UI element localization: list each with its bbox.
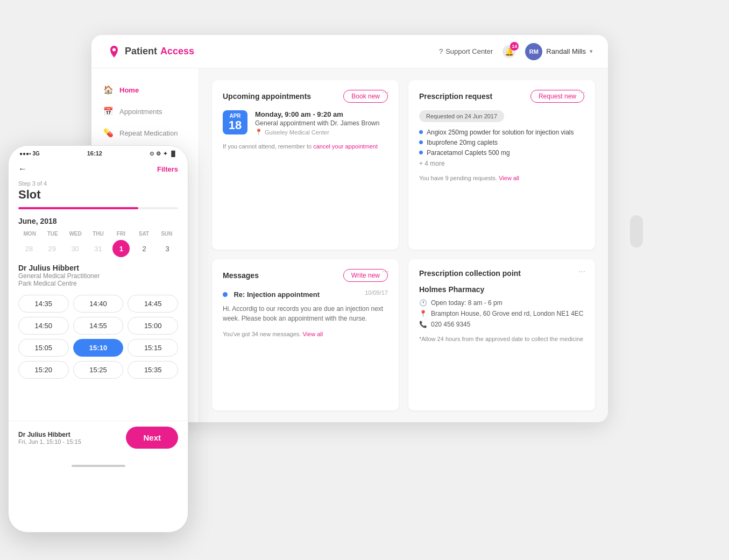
cal-day-1[interactable]: 1 <box>112 240 130 257</box>
svg-point-0 <box>112 48 116 51</box>
time-display: 16:12 <box>87 150 102 157</box>
doctor-practice: Park Medical Centre <box>18 280 178 287</box>
prescription-footer: You have 9 pending requests. View all <box>419 175 584 181</box>
slot-1450[interactable]: 14:50 <box>18 317 69 335</box>
slot-1505[interactable]: 15:05 <box>18 339 69 357</box>
settings-icon: ⚙ <box>156 151 161 157</box>
day-header-mon: MON <box>18 231 41 237</box>
day-header-sun: SUN <box>155 231 178 237</box>
upcoming-footer: If you cannot attend, remember to cancel… <box>223 143 388 150</box>
slot-1520[interactable]: 15:20 <box>18 361 69 379</box>
notifications-bell[interactable]: 🔔 14 <box>502 45 515 58</box>
calendar-icon: 📅 <box>103 107 113 116</box>
slot-1525[interactable]: 15:25 <box>73 361 124 379</box>
support-center-link[interactable]: ? Support Center <box>439 47 493 55</box>
cal-day-31[interactable]: 31 <box>89 240 107 257</box>
slot-1445[interactable]: 14:45 <box>128 295 178 313</box>
user-menu[interactable]: RM Randall Mills ▾ <box>525 43 593 60</box>
sidebar-item-medication-label: Repeat Medication <box>119 129 178 137</box>
upcoming-more-icon[interactable]: ··· <box>382 88 389 97</box>
slot-1500[interactable]: 15:00 <box>128 317 178 335</box>
upcoming-appointments-title: Upcoming appointments <box>223 92 311 101</box>
footer-appointment-info: Dr Julius Hibbert Fri, Jun 1, 15:10 - 15… <box>18 431 81 445</box>
phone: ●●●▪ 3G 16:12 ⊙ ⚙ ✦ ▐▌ ← Filters Step 3 … <box>8 145 188 533</box>
slot-1440[interactable]: 14:40 <box>73 295 124 313</box>
upcoming-appointments-header: Upcoming appointments Book new <box>223 90 388 103</box>
messages-title: Messages <box>223 271 259 280</box>
sidebar-item-medication[interactable]: 💊 Repeat Medication <box>91 122 199 144</box>
phone-status-bar: ●●●▪ 3G 16:12 ⊙ ⚙ ✦ ▐▌ <box>9 146 188 161</box>
phone-doctor-info: Dr Julius Hibbert General Medical Practi… <box>9 261 188 292</box>
main-content: Upcoming appointments Book new ··· APR 1… <box>199 68 608 422</box>
cal-day-28[interactable]: 28 <box>20 240 38 257</box>
day-header-wed: WED <box>64 231 87 237</box>
medication-icon: 💊 <box>103 128 113 138</box>
cal-day-3[interactable]: 3 <box>159 240 176 257</box>
status-icons: ⊙ ⚙ ✦ ▐▌ <box>150 151 177 157</box>
rx-dot-1 <box>419 130 423 134</box>
phone-step-info: Step 3 of 4 Slot <box>9 176 188 209</box>
appointment-item: APR 18 Monday, 9:00 am - 9:20 am General… <box>223 110 388 136</box>
footer-doctor-name: Dr Julius Hibbert <box>18 431 81 438</box>
filters-button[interactable]: Filters <box>157 165 178 173</box>
pharmacy-name: Holmes Pharmacy <box>419 285 584 294</box>
footer-datetime: Fri, Jun 1, 15:10 - 15:15 <box>18 438 81 445</box>
slot-1455[interactable]: 14:55 <box>73 317 124 335</box>
phone-footer: Dr Julius Hibbert Fri, Jun 1, 15:10 - 15… <box>9 421 188 459</box>
prescription-request-card: Prescription request Request new ··· Req… <box>408 80 595 250</box>
write-new-button[interactable]: Write new <box>343 269 388 282</box>
notification-icon: ⊙ <box>150 151 154 157</box>
requested-badge: Requested on 24 Jun 2017 <box>419 110 504 122</box>
logo-patient-text: Patient <box>125 46 157 57</box>
book-new-button[interactable]: Book new <box>343 90 388 103</box>
cal-day-2[interactable]: 2 <box>136 240 153 257</box>
slot-1515[interactable]: 15:15 <box>128 339 178 357</box>
question-icon: ? <box>439 47 443 55</box>
calendar-days: 28 29 30 31 1 2 3 <box>18 240 178 257</box>
appointment-date-box: APR 18 <box>223 110 247 134</box>
doctor-name: Dr Julius Hibbert <box>18 264 178 272</box>
back-button[interactable]: ← <box>18 164 27 174</box>
message-header-row: Re: Injection appointment 10/09/17 <box>223 289 388 299</box>
rx-item-1: Angiox 250mg powder for solution for inj… <box>419 129 584 136</box>
scroll-handle[interactable] <box>630 215 643 247</box>
appointment-type: General appointment with Dr. James Brown <box>255 119 388 127</box>
location-icon: 📍 <box>255 129 263 136</box>
prescription-more-icon[interactable]: ··· <box>578 88 585 97</box>
collection-footer: *Allow 24 hours from the approved date t… <box>419 336 584 342</box>
bluetooth-icon: ✦ <box>163 151 167 157</box>
day-header-tue: TUE <box>41 231 63 237</box>
cancel-appointment-link[interactable]: cancel your appointment <box>313 143 378 150</box>
cal-day-29[interactable]: 29 <box>44 240 61 257</box>
slot-1535[interactable]: 15:35 <box>128 361 178 379</box>
slot-1435[interactable]: 14:35 <box>18 295 69 313</box>
prescription-collection-header: Prescription collection point <box>419 269 584 278</box>
prescription-request-header: Prescription request Request new <box>419 90 584 103</box>
unread-indicator <box>223 292 228 297</box>
chevron-down-icon: ▾ <box>590 48 593 55</box>
upcoming-appointments-card: Upcoming appointments Book new ··· APR 1… <box>212 80 399 250</box>
day-header-fri: FRI <box>110 231 132 237</box>
messages-header: Messages Write new <box>223 269 388 282</box>
pharmacy-hours: 🕐 Open today: 8 am - 6 pm <box>419 299 584 307</box>
messages-more-icon[interactable]: ··· <box>382 267 389 277</box>
slot-1510[interactable]: 15:10 <box>73 339 124 357</box>
rx-dot-3 <box>419 151 423 154</box>
header-right: ? Support Center 🔔 14 RM Randall Mills ▾ <box>439 43 593 60</box>
cal-day-30[interactable]: 30 <box>67 240 84 257</box>
pharmacy-address: 📍 Brampton House, 60 Grove end rd, Londo… <box>419 310 584 317</box>
prescription-view-all-link[interactable]: View all <box>499 175 519 181</box>
signal-icon: ●●●▪ 3G <box>19 151 40 157</box>
request-new-button[interactable]: Request new <box>530 90 584 103</box>
day-header-sat: SAT <box>132 231 155 237</box>
collection-more-icon[interactable]: ··· <box>578 267 585 277</box>
phone-slots: 14:35 14:40 14:45 14:50 14:55 15:00 15:0… <box>9 292 188 421</box>
sidebar-item-appointments[interactable]: 📅 Appointments <box>91 101 199 122</box>
phone-home-indicator <box>9 459 188 472</box>
battery-icon: ▐▌ <box>169 151 177 157</box>
rx-more: + 4 more <box>419 160 584 167</box>
next-button[interactable]: Next <box>126 427 178 449</box>
messages-view-all-link[interactable]: View all <box>302 331 323 337</box>
sidebar-item-home[interactable]: 🏠 Home <box>91 79 199 101</box>
messages-footer: You've got 34 new messages. View all <box>223 331 388 337</box>
